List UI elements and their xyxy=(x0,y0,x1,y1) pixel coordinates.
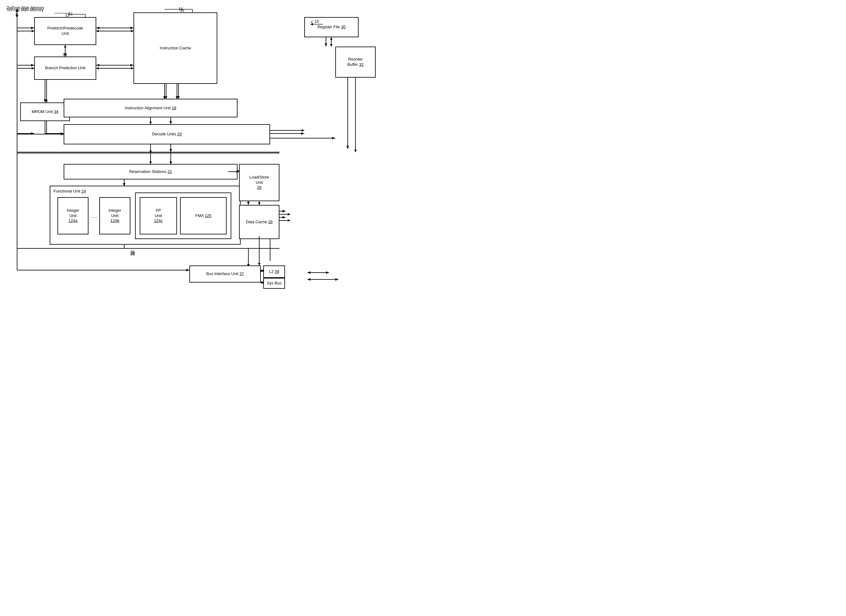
svg-marker-112 xyxy=(288,219,290,222)
cpu-diagram: To/From Main Memory ↕ ↙ 10 Prefetch/Pred… xyxy=(0,0,423,308)
svg-marker-129 xyxy=(330,44,332,47)
reorderbuf-label: ReorderBuffer 32 xyxy=(347,57,364,68)
svg-marker-50 xyxy=(347,146,349,149)
svg-marker-128 xyxy=(330,37,332,40)
svg-marker-59 xyxy=(335,278,338,281)
svg-marker-119 xyxy=(261,269,263,272)
svg-marker-88 xyxy=(131,67,134,69)
mrom-label: MROM Unit 34 xyxy=(32,109,58,115)
fpunit-box: FPUnit124c xyxy=(140,197,177,234)
svg-marker-57 xyxy=(307,271,310,274)
svg-marker-22 xyxy=(44,99,46,103)
svg-marker-92 xyxy=(177,96,180,99)
decode-label: Decode Units 20 xyxy=(152,132,182,137)
svg-marker-60 xyxy=(307,278,310,281)
funcunit-label: Functional Unit 24 xyxy=(53,189,86,194)
sysbus-label: Sys Bus xyxy=(267,281,282,286)
svg-marker-87 xyxy=(96,67,99,69)
iau-label: Instruction Alignment Unit 18 xyxy=(125,106,176,111)
svg-marker-13 xyxy=(131,27,134,29)
svg-marker-116 xyxy=(258,263,260,265)
resvstation-box: Reservation Stations 22 xyxy=(64,164,238,179)
svg-marker-63 xyxy=(301,132,304,135)
prefetch-label: Prefetch/PredecodeUnit xyxy=(47,26,83,36)
svg-marker-31 xyxy=(169,121,172,124)
icache-label: Instruction Cache xyxy=(160,46,191,51)
svg-marker-7 xyxy=(31,27,34,29)
svg-marker-11 xyxy=(31,132,34,135)
svg-marker-99 xyxy=(149,151,152,153)
bpu-label: Branch Prediction Unit xyxy=(45,66,85,71)
svg-marker-82 xyxy=(64,45,66,47)
ref16-num: 16 xyxy=(179,7,182,11)
loadstore-box: Load/StoreUnit26 xyxy=(239,164,279,201)
mem-arrow-symbol: ↕ xyxy=(15,11,18,18)
svg-marker-108 xyxy=(258,203,260,205)
svg-marker-73 xyxy=(32,30,34,32)
svg-marker-118 xyxy=(261,269,263,272)
ref12-num: 12 xyxy=(68,12,72,16)
sysbus-box: Sys Bus xyxy=(263,278,285,289)
prefetch-box: Prefetch/PredecodeUnit xyxy=(34,17,96,45)
svg-marker-121 xyxy=(261,281,263,284)
svg-marker-29 xyxy=(60,132,64,135)
bus38-num: 38 xyxy=(131,251,135,256)
svg-marker-126 xyxy=(354,150,357,152)
svg-marker-124 xyxy=(302,129,304,132)
svg-marker-19 xyxy=(131,64,134,66)
svg-marker-47 xyxy=(325,44,327,47)
icache-box: Instruction Cache xyxy=(134,12,217,84)
loadstore-label: Load/StoreUnit26 xyxy=(249,175,269,191)
decode-box: Decode Units 20 xyxy=(64,124,270,144)
datacache-box: Data Cache 28 xyxy=(239,205,279,239)
ref10-arrow: ↙ 10 xyxy=(310,19,319,24)
dots: ··· xyxy=(91,214,97,221)
svg-marker-14 xyxy=(96,27,99,29)
svg-marker-20 xyxy=(96,64,99,66)
svg-marker-5 xyxy=(186,269,189,271)
svg-marker-102 xyxy=(149,162,152,164)
svg-marker-122 xyxy=(261,281,263,284)
intunit-b-label: IntegerUnit124b xyxy=(109,208,121,224)
svg-marker-90 xyxy=(165,96,167,99)
reorderbuf-box: ReorderBuffer 32 xyxy=(335,47,376,78)
svg-marker-65 xyxy=(332,137,335,140)
fma-label: FMA 125 xyxy=(195,213,212,219)
svg-marker-40 xyxy=(247,202,250,205)
ref12-line xyxy=(54,13,70,14)
intunit-a-box: IntegerUnit124a xyxy=(57,197,88,234)
l2-box: L2 39 xyxy=(263,265,285,278)
ref-14: 14 xyxy=(63,53,67,57)
svg-marker-45 xyxy=(282,216,286,219)
intunit-a-label: IntegerUnit124a xyxy=(67,208,79,224)
resvstation-label: Reservation Stations 22 xyxy=(129,169,172,175)
main-memory-text: To/From Main Memory xyxy=(7,6,44,10)
intunit-b-box: IntegerUnit124b xyxy=(99,197,131,234)
svg-marker-75 xyxy=(32,67,34,69)
svg-marker-80 xyxy=(131,30,134,32)
svg-marker-77 xyxy=(61,133,64,135)
svg-marker-9 xyxy=(31,64,34,66)
busintf-label: Bus Interface Unit 37 xyxy=(206,271,244,276)
svg-marker-56 xyxy=(326,271,329,274)
svg-marker-104 xyxy=(123,183,125,186)
regfile-label: Register File 30 xyxy=(317,25,345,30)
mrom-box: MROM Unit 34 xyxy=(20,103,70,121)
svg-marker-85 xyxy=(46,100,48,103)
svg-marker-110 xyxy=(288,213,290,216)
bpu-box: Branch Prediction Unit xyxy=(34,56,96,80)
busintf-box: Bus Interface Unit 37 xyxy=(189,265,261,282)
l2-label: L2 39 xyxy=(269,269,279,275)
svg-marker-43 xyxy=(282,210,286,212)
fma-box: FMA 125 xyxy=(180,197,227,234)
iau-box: Instruction Alignment Unit 18 xyxy=(64,99,238,118)
datacache-label: Data Cache 28 xyxy=(246,219,273,225)
fpunit-label: FPUnit124c xyxy=(154,208,163,224)
svg-marker-79 xyxy=(96,30,99,32)
svg-marker-95 xyxy=(61,133,64,135)
svg-marker-97 xyxy=(149,122,152,124)
svg-marker-33 xyxy=(169,149,172,152)
